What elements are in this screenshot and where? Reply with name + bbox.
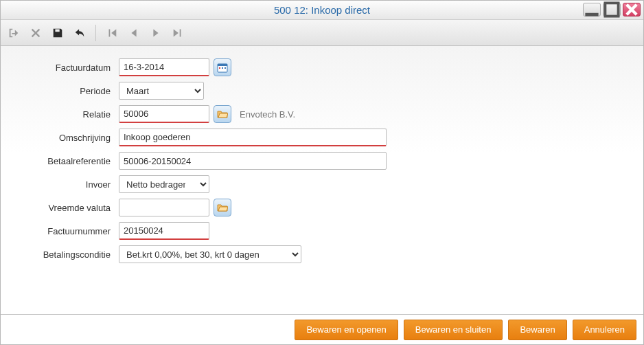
exit-icon[interactable]	[6, 25, 21, 41]
button-bar: Bewaren en openen Bewaren en sluiten Bew…	[1, 314, 643, 344]
valuta-input[interactable]	[119, 199, 209, 216]
toolbar-separator	[95, 25, 96, 41]
prev-record-icon[interactable]	[126, 25, 141, 41]
last-record-icon[interactable]	[170, 25, 185, 41]
invoer-select[interactable]: Netto bedragen	[119, 175, 209, 193]
folder-open-icon[interactable]	[214, 199, 231, 216]
svg-rect-0	[585, 13, 598, 16]
maximize-button[interactable]	[603, 3, 621, 16]
dialog-window: 500 12: Inkoop direct	[0, 0, 644, 345]
factuurdatum-label: Factuurdatum	[14, 63, 119, 73]
close-button[interactable]	[623, 3, 641, 16]
factuurnr-label: Factuurnummer	[14, 226, 119, 236]
svg-rect-6	[225, 67, 226, 69]
delete-icon[interactable]	[28, 25, 43, 41]
undo-icon[interactable]	[72, 25, 87, 41]
window-controls	[583, 3, 641, 16]
factuurdatum-input[interactable]	[119, 58, 209, 76]
invoer-label: Invoer	[14, 179, 119, 190]
save-and-close-button[interactable]: Bewaren en sluiten	[404, 320, 503, 340]
cancel-button[interactable]: Annuleren	[573, 320, 636, 340]
relatie-input[interactable]	[119, 105, 209, 123]
svg-rect-3	[218, 64, 227, 66]
folder-open-icon[interactable]	[214, 105, 231, 123]
betcond-label: Betalingsconditie	[14, 249, 119, 260]
omschrijving-label: Omschrijving	[14, 133, 119, 143]
next-record-icon[interactable]	[148, 25, 163, 41]
valuta-label: Vreemde valuta	[14, 203, 119, 213]
form-body: Factuurdatum Periode Maart Relatie Envo	[1, 46, 643, 314]
betaalref-input[interactable]	[119, 152, 387, 170]
svg-rect-5	[222, 67, 223, 69]
calendar-icon[interactable]	[214, 58, 231, 76]
window-title: 500 12: Inkoop direct	[274, 4, 370, 16]
svg-rect-4	[219, 67, 220, 69]
svg-rect-1	[605, 3, 618, 16]
toolbar	[1, 20, 643, 46]
omschrijving-input[interactable]	[119, 129, 387, 146]
factuurnr-input[interactable]	[119, 222, 209, 240]
save-button[interactable]: Bewaren	[508, 320, 566, 340]
first-record-icon[interactable]	[104, 25, 119, 41]
betaalref-label: Betaalreferentie	[14, 156, 119, 166]
relatie-name: Envotech B.V.	[240, 109, 295, 120]
save-icon[interactable]	[50, 25, 65, 41]
betcond-select[interactable]: Bet.krt 0,00%, bet 30, krt 0 dagen	[119, 245, 301, 263]
save-and-open-button[interactable]: Bewaren en openen	[295, 320, 398, 340]
titlebar: 500 12: Inkoop direct	[1, 1, 643, 20]
relatie-label: Relatie	[14, 109, 119, 120]
periode-select[interactable]: Maart	[119, 82, 204, 100]
minimize-button[interactable]	[583, 3, 601, 16]
periode-label: Periode	[14, 86, 119, 96]
